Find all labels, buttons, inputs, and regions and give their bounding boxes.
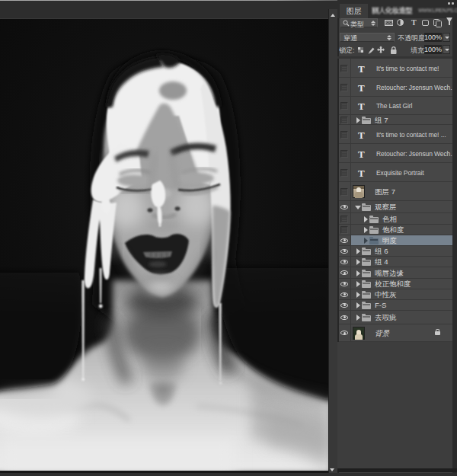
svg-text:T: T: [411, 18, 417, 27]
